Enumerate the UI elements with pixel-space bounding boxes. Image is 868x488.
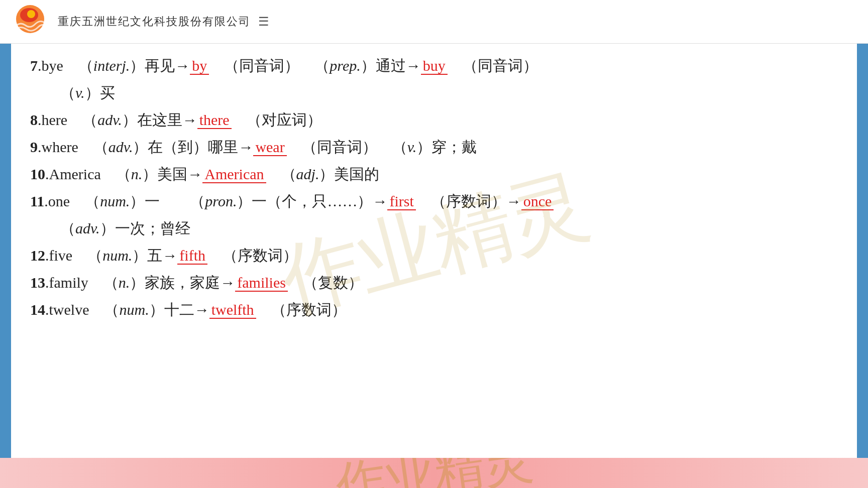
item-8-number: 8 [30, 111, 38, 128]
item-11: 11.one （num.）一 （pron.）一（个，只……）→first （序数… [30, 189, 838, 213]
item-12-text2: （序数词） [207, 247, 298, 264]
item-12-answer1: fifth [177, 247, 207, 265]
bottom-accent-bar: 作业精灵 [0, 458, 868, 488]
item-7-text2: （同音词） （prep.）通过→ [209, 57, 420, 74]
item-14-text1: .twelve （num.）十二→ [45, 301, 209, 318]
item-8: 8.here （adv.）在这里→there （对应词） [30, 108, 838, 132]
item-8-text1: .here （adv.）在这里→ [38, 111, 197, 128]
item-10-text2: （adj.）美国的 [266, 166, 380, 182]
bottom-watermark-text: 作业精灵 [332, 458, 536, 488]
item-7-text1: .bye （interj.）再见→ [38, 57, 190, 74]
item-14: 14.twelve （num.）十二→twelfth （序数词） [30, 298, 838, 322]
item-10-answer1: American [202, 166, 266, 183]
item-7-continuation: （v.）买 [30, 81, 838, 105]
item-10-number: 10 [30, 166, 45, 182]
item-14-number: 14 [30, 301, 45, 318]
item-13-text2: （复数） [288, 274, 363, 291]
item-7: 7.bye （interj.）再见→by （同音词） （prep.）通过→buy… [30, 54, 838, 78]
item-9-number: 9 [30, 139, 38, 155]
item-8-answer1: there [197, 111, 232, 129]
item-14-text2: （序数词） [256, 301, 347, 318]
svg-point-2 [27, 10, 35, 18]
item-12-number: 12 [30, 247, 45, 264]
item-9-text1: .where （adv.）在（到）哪里→ [38, 139, 253, 155]
item-7-number: 7 [30, 57, 38, 74]
logo [10, 4, 50, 39]
item-11-answer2: once [521, 193, 554, 210]
item-10: 10.America （n.）美国→American （adj.）美国的 [30, 162, 838, 186]
item-11-text2: （序数词）→ [416, 193, 521, 209]
item-9-text2: （同音词） （v.）穿；戴 [287, 139, 477, 155]
item-8-text2: （对应词） [232, 111, 322, 128]
menu-icon[interactable]: ☰ [258, 15, 269, 29]
company-name: 重庆五洲世纪文化科技股份有限公司 [58, 14, 251, 29]
item-11-text1: .one （num.）一 （pron.）一（个，只……）→ [44, 193, 387, 209]
main-container: 重庆五洲世纪文化科技股份有限公司 ☰ 作业精灵 7.bye （interj.）再… [0, 0, 868, 488]
item-13: 13.family （n.）家族，家庭→families （复数） [30, 271, 838, 295]
item-12: 12.five （num.）五→fifth （序数词） [30, 243, 838, 268]
item-11-number: 11 [30, 193, 44, 209]
item-9: 9.where （adv.）在（到）哪里→wear （同音词） （v.）穿；戴 [30, 135, 838, 159]
header: 重庆五洲世纪文化科技股份有限公司 ☰ [0, 0, 868, 44]
item-12-text1: .five （num.）五→ [45, 247, 177, 264]
item-11-answer1: first [387, 193, 415, 210]
item-14-answer1: twelfth [209, 301, 256, 319]
item-9-answer1: wear [253, 139, 286, 156]
item-7-answer2: buy [421, 57, 448, 75]
item-13-answer1: families [235, 274, 288, 292]
item-7-text3: （同音词） [448, 57, 538, 74]
content-area: 7.bye （interj.）再见→by （同音词） （prep.）通过→buy… [0, 44, 868, 488]
right-accent-bar [857, 0, 868, 488]
item-13-number: 13 [30, 274, 45, 291]
item-10-text1: .America （n.）美国→ [45, 166, 202, 182]
item-7-answer1: by [190, 57, 209, 75]
item-11-continuation: （adv.）一次；曾经 [30, 216, 838, 240]
item-13-text1: .family （n.）家族，家庭→ [45, 274, 235, 291]
left-accent-bar [0, 40, 11, 458]
